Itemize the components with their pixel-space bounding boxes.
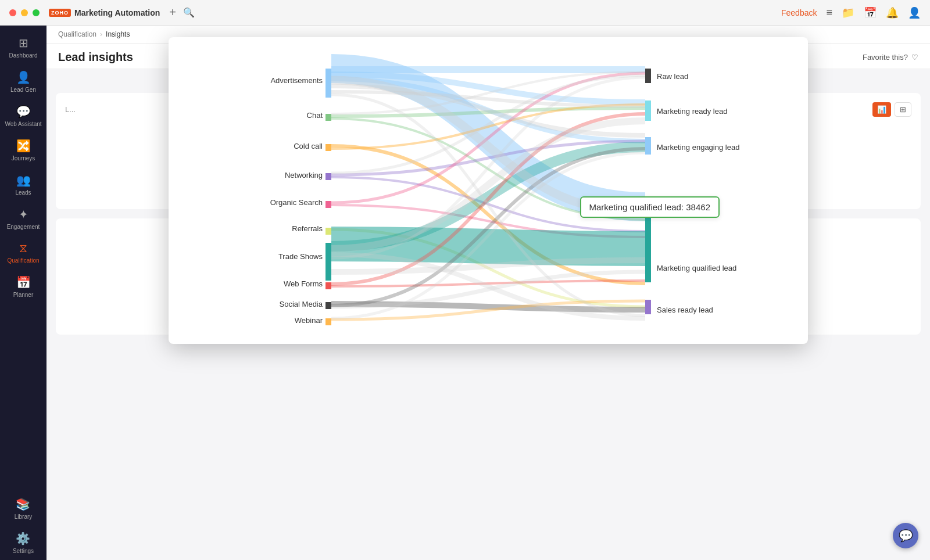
sidebar-label-leads: Leads: [15, 189, 31, 196]
planner-icon: 📅: [16, 275, 31, 289]
source-node-socialmedia: [326, 302, 331, 309]
dashboard-icon: ⊞: [19, 36, 28, 50]
bell-icon[interactable]: 🔔: [886, 6, 899, 19]
sidebar-label-engagement: Engagement: [7, 224, 40, 230]
target-node-marketingengaginglead: [645, 137, 651, 155]
app-name: Marketing Automation: [74, 8, 160, 17]
target-label-rawlead: Raw lead: [657, 72, 688, 81]
sidebar-item-dashboard[interactable]: ⊞ Dashboard: [0, 30, 46, 64]
logo-box: ZOHO: [49, 9, 71, 17]
calendar-icon[interactable]: 📅: [864, 6, 877, 19]
sidebar-label-library: Library: [15, 514, 33, 520]
source-label-referrals: Referrals: [292, 224, 323, 233]
source-label-organicsearch: Organic Search: [270, 198, 323, 207]
sankey-modal: Advertisements Chat Cold call Networking…: [169, 37, 808, 344]
list-icon[interactable]: ≡: [826, 6, 832, 19]
title-bar: ZOHO Marketing Automation + 🔍 Feedback ≡…: [0, 0, 930, 26]
target-label-salesreadylead: Sales ready lead: [657, 306, 713, 314]
sidebar-item-journeys[interactable]: 🔀 Journeys: [0, 133, 46, 167]
source-label-socialmedia: Social Media: [280, 300, 323, 308]
sankey-svg: Advertisements Chat Cold call Networking…: [187, 51, 789, 330]
leads-icon: 👥: [16, 173, 31, 187]
sidebar-item-planner[interactable]: 📅 Planner: [0, 270, 46, 304]
sidebar-item-settings[interactable]: ⚙️ Settings: [9, 526, 37, 560]
sidebar-bottom: 📚 Library ⚙️ Settings: [9, 491, 37, 560]
source-label-webforms: Web Forms: [284, 279, 323, 288]
engagement-icon: ✦: [19, 207, 28, 221]
source-node-webforms: [326, 282, 331, 289]
content-area: Qualification › Insights Lead insights F…: [46, 26, 930, 560]
modal-overlay: Advertisements Chat Cold call Networking…: [46, 26, 930, 560]
folder-icon[interactable]: 📁: [842, 6, 854, 19]
avatar-icon[interactable]: 👤: [908, 6, 921, 19]
source-label-tradeshows: Trade Shows: [278, 252, 323, 261]
target-label-marketingreadylead: Marketing ready lead: [657, 107, 727, 116]
source-node-organicsearch: [326, 201, 331, 208]
sidebar-item-webassistant[interactable]: 💬 Web Assistant: [0, 99, 46, 133]
target-node-marketingqualifiedlead: [645, 207, 651, 282]
source-node-coldcall: [326, 144, 331, 151]
journeys-icon: 🔀: [16, 139, 31, 153]
sidebar-item-leadgen[interactable]: 👤 Lead Gen: [0, 64, 46, 99]
add-tab-button[interactable]: +: [169, 6, 176, 19]
sidebar-label-dashboard: Dashboard: [9, 52, 38, 59]
source-label-networking: Networking: [285, 171, 323, 180]
source-node-advertisements: [326, 69, 331, 98]
settings-icon: ⚙️: [16, 532, 30, 545]
app-logo: ZOHO Marketing Automation: [49, 8, 160, 17]
sidebar-item-qualification[interactable]: ⧖ Qualification: [0, 236, 46, 270]
maximize-btn[interactable]: [33, 9, 40, 16]
main-layout: ⊞ Dashboard 👤 Lead Gen 💬 Web Assistant 🔀…: [0, 26, 930, 560]
chat-button[interactable]: 💬: [893, 523, 918, 548]
library-icon: 📚: [16, 497, 30, 511]
sidebar-label-journeys: Journeys: [12, 155, 35, 161]
leadgen-icon: 👤: [16, 70, 31, 84]
sidebar-label-webassistant: Web Assistant: [5, 121, 41, 127]
sidebar-label-qualification: Qualification: [7, 257, 39, 264]
target-node-salesreadylead: [645, 300, 651, 314]
qualification-icon: ⧖: [19, 242, 27, 255]
search-icon[interactable]: 🔍: [183, 7, 195, 18]
target-node-rawlead: [645, 69, 651, 83]
target-label-marketingqualifiedlead: Marketing qualified lead: [657, 264, 736, 272]
close-btn[interactable]: [9, 9, 16, 16]
source-node-networking: [326, 173, 331, 180]
webassistant-icon: 💬: [16, 105, 31, 119]
source-node-tradeshows: [326, 243, 331, 281]
minimize-btn[interactable]: [21, 9, 28, 16]
chat-icon: 💬: [899, 529, 913, 543]
source-label-advertisements: Advertisements: [270, 76, 323, 85]
source-node-webinar: [326, 318, 331, 325]
sidebar-item-leads[interactable]: 👥 Leads: [0, 167, 46, 202]
target-label-marketingengaginglead: Marketing engaging lead: [657, 143, 739, 152]
sidebar-label-planner: Planner: [13, 292, 33, 298]
source-node-chat: [326, 114, 331, 121]
sidebar-label-settings: Settings: [13, 548, 34, 554]
sidebar-label-leadgen: Lead Gen: [10, 87, 36, 93]
source-label-chat: Chat: [307, 111, 323, 120]
target-node-marketingreadylead: [645, 100, 651, 121]
source-label-coldcall: Cold call: [294, 142, 323, 150]
sidebar-item-engagement[interactable]: ✦ Engagement: [0, 202, 46, 236]
sidebar-item-library[interactable]: 📚 Library: [9, 491, 37, 526]
sidebar: ⊞ Dashboard 👤 Lead Gen 💬 Web Assistant 🔀…: [0, 26, 46, 560]
title-bar-right: Feedback ≡ 📁 📅 🔔 👤: [781, 6, 921, 19]
title-bar-center: + 🔍: [169, 6, 781, 19]
window-controls: [9, 9, 40, 16]
source-node-referrals: [326, 228, 331, 235]
feedback-button[interactable]: Feedback: [781, 8, 817, 17]
source-label-webinar: Webinar: [295, 316, 323, 325]
sankey-chart-container: Advertisements Chat Cold call Networking…: [187, 51, 789, 330]
